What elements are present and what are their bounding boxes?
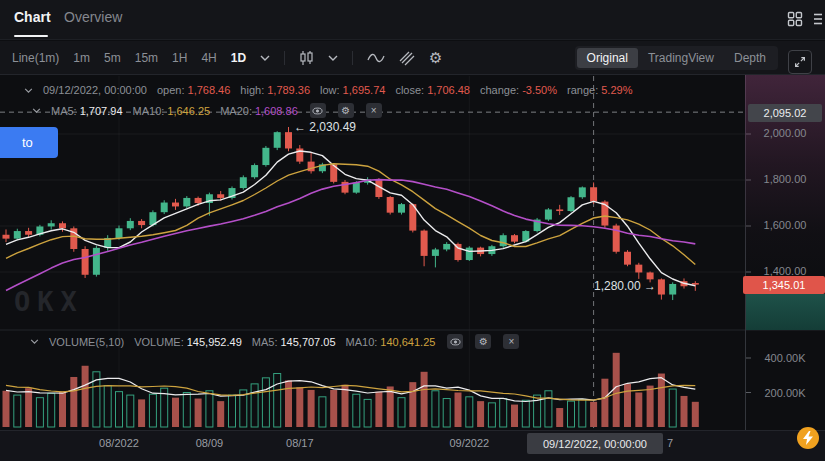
ma-info-bar: MA5:1,707.94MA10:1,646.25MA20:1,608.86 ⚙… xyxy=(32,103,382,118)
close-icon[interactable]: × xyxy=(503,334,519,349)
ohlc-field-value: 1,789.36 xyxy=(267,84,310,96)
chart-canvas[interactable] xyxy=(0,0,825,461)
ma-item-label: MA10: xyxy=(133,105,165,117)
volume-indicator-title: VOLUME(5,10) xyxy=(49,336,124,348)
eye-icon[interactable] xyxy=(310,103,326,118)
ma-item: MA20:1,608.86 xyxy=(220,105,298,117)
time-label: 08/17 xyxy=(286,437,314,449)
okx-watermark: OKX xyxy=(14,286,84,317)
ma-item: MA10:1,646.25 xyxy=(133,105,211,117)
depth-buy-block xyxy=(746,294,825,330)
ohlc-field-value: 1,768.46 xyxy=(188,84,231,96)
time-label: 09/2022 xyxy=(449,437,489,449)
gear-icon[interactable]: ⚙ xyxy=(338,103,354,118)
ma-item-value: 1,646.25 xyxy=(167,105,210,117)
crosshair-date-badge: 09/12/2022, 00:00:00 xyxy=(527,433,663,454)
ma-item-value: 1,707.94 xyxy=(80,105,123,117)
crosshair-price-badge: 2,095.02 xyxy=(748,104,822,122)
volume-item: VOLUME:145,952.49 xyxy=(134,336,242,348)
trading-chart-app: Chart Overview Line(1m) 1m5m15m1H4H 1D xyxy=(0,0,825,461)
ohlc-field: high:1,789.36 xyxy=(240,84,310,96)
last-price-badge: 1,345.01 xyxy=(743,276,825,294)
volume-item-label: MA10: xyxy=(346,336,378,348)
price-axis-tick: 2,000.00 xyxy=(746,127,824,139)
ohlc-field-value: -3.50% xyxy=(522,84,557,96)
ma-item-value: 1,608.86 xyxy=(255,105,298,117)
volume-axis-tick: 200.00K xyxy=(746,387,824,399)
ohlc-field-label: open: xyxy=(157,84,185,96)
chevron-down-icon[interactable] xyxy=(32,108,41,113)
ohlc-field-label: high: xyxy=(240,84,264,96)
volume-item-value: 140,641.25 xyxy=(380,336,435,348)
gear-icon[interactable]: ⚙ xyxy=(475,334,491,349)
volume-item-label: VOLUME: xyxy=(134,336,184,348)
ohlc-field: change:-3.50% xyxy=(480,84,557,96)
ma-item: MA5:1,707.94 xyxy=(51,105,123,117)
ohlc-field-label: range: xyxy=(567,84,598,96)
price-axis-tick: 1,800.00 xyxy=(746,173,824,185)
ohlc-field-value: 5.29% xyxy=(601,84,632,96)
time-label-partial: 7 xyxy=(667,437,673,449)
ma-item-label: MA5: xyxy=(51,105,77,117)
ohlc-field: low:1,695.74 xyxy=(320,84,385,96)
time-label: 08/2022 xyxy=(99,437,139,449)
time-axis[interactable]: 08/202208/0908/1709/2022 09/12/2022, 00:… xyxy=(0,431,825,461)
peak-price-annotation: ← 2,030.49 xyxy=(294,120,356,134)
volume-item-value: 145,952.49 xyxy=(187,336,242,348)
low-price-annotation: 1,280.00 → xyxy=(556,279,656,293)
lightning-icon[interactable] xyxy=(797,427,819,449)
ohlc-field-label: close: xyxy=(395,84,424,96)
time-label: 08/09 xyxy=(196,437,224,449)
ohlc-info-bar: 09/12/2022, 00:00:00 open:1,768.46high:1… xyxy=(24,84,632,96)
chevron-down-icon[interactable] xyxy=(24,88,33,93)
crosshair-date: 09/12/2022, 00:00:00 xyxy=(43,84,147,96)
clipped-blue-button[interactable]: to xyxy=(0,127,58,158)
volume-item: MA10:140,641.25 xyxy=(346,336,436,348)
eye-icon[interactable] xyxy=(447,334,463,349)
volume-item-value: 145,707.05 xyxy=(280,336,335,348)
price-axis-tick: 1,600.00 xyxy=(746,219,824,231)
ohlc-field: open:1,768.46 xyxy=(157,84,230,96)
ohlc-field-value: 1,695.74 xyxy=(343,84,386,96)
ohlc-field-label: low: xyxy=(320,84,340,96)
volume-info-bar: VOLUME(5,10) VOLUME:145,952.49MA5:145,70… xyxy=(30,334,519,349)
close-icon[interactable]: × xyxy=(366,103,382,118)
ohlc-field-label: change: xyxy=(480,84,519,96)
volume-axis-tick: 400.00K xyxy=(746,352,824,364)
ma-item-label: MA20: xyxy=(220,105,252,117)
volume-item-label: MA5: xyxy=(252,336,278,348)
chevron-down-icon[interactable] xyxy=(30,339,39,344)
volume-item: MA5:145,707.05 xyxy=(252,336,336,348)
ohlc-field-value: 1,706.48 xyxy=(427,84,470,96)
ohlc-field: close:1,706.48 xyxy=(395,84,470,96)
ohlc-field: range:5.29% xyxy=(567,84,632,96)
